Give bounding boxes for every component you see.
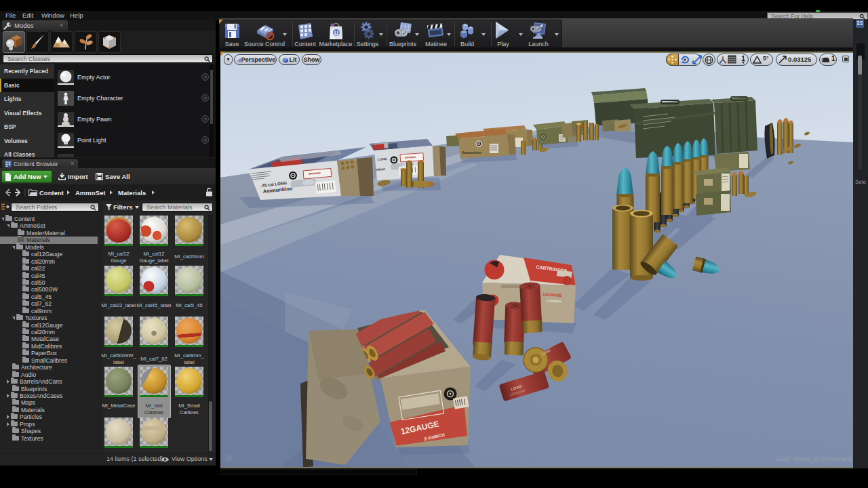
svg-text:LONG: LONG	[378, 157, 387, 161]
svg-text:Ammunition: Ammunition	[462, 150, 481, 155]
svg-text:nition: nition	[376, 167, 386, 171]
